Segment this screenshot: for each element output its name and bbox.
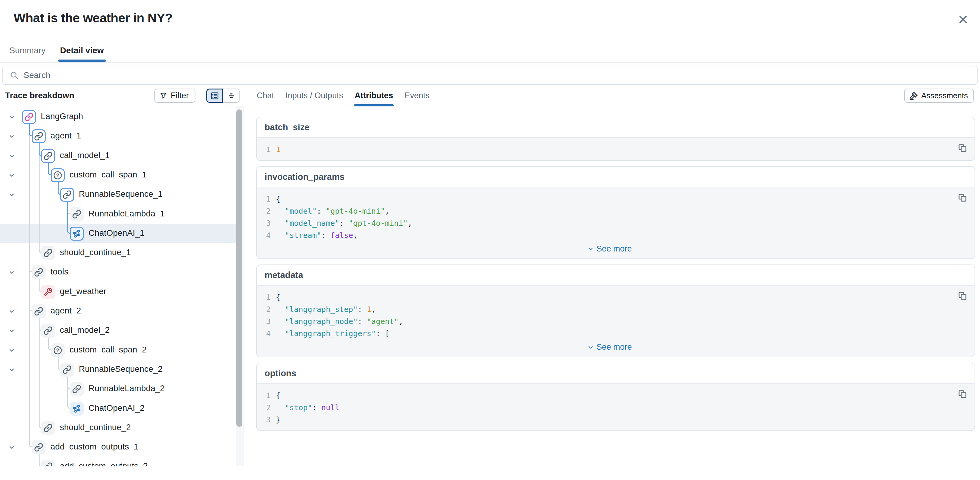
tree-node-RunnableSequence_1[interactable]: RunnableSequence_1	[0, 185, 237, 204]
tree-node-ChatOpenAI_2[interactable]: ChatOpenAI_2	[0, 399, 237, 418]
attribute-card-code: 1{2 "stop": null3}	[257, 383, 975, 431]
tree-node-should_continue_2[interactable]: should_continue_2	[0, 418, 237, 438]
see-more-label: See more	[597, 343, 632, 352]
code-text: {	[276, 195, 280, 203]
tab-detail-view[interactable]: Detail view	[59, 46, 105, 62]
code-text: {	[276, 293, 280, 301]
code-text: "model_name": "gpt-4o-mini",	[276, 219, 412, 228]
tree-scrollbar-thumb[interactable]	[236, 109, 242, 427]
chevron-down-icon[interactable]	[8, 191, 16, 199]
chevron-down-icon[interactable]	[8, 443, 16, 451]
copy-button[interactable]	[957, 142, 969, 154]
chain-icon	[41, 149, 55, 163]
gantt-icon	[227, 91, 235, 100]
tree-node-custom_call_span_1[interactable]: ?custom_call_span_1	[0, 166, 237, 185]
close-button[interactable]	[956, 13, 970, 26]
gantt-view-toggle[interactable]	[223, 89, 240, 103]
tab-events[interactable]: Events	[404, 85, 430, 106]
svg-text:?: ?	[56, 348, 59, 353]
line-number: 2	[263, 403, 270, 412]
copy-button[interactable]	[957, 191, 969, 204]
chain-icon	[32, 265, 46, 279]
tree-node-call_model_1[interactable]: call_model_1	[0, 146, 237, 166]
tree-node-add_custom_outputs_1[interactable]: add_custom_outputs_1	[0, 438, 237, 457]
code-line: 4 "stream": false,	[263, 229, 956, 241]
dialog-header: What is the weather in NY?	[0, 0, 980, 39]
attribute-card-code: 1{2 "langgraph_step": 1,3 "langgraph_nod…	[257, 285, 975, 357]
chain-icon	[32, 305, 46, 318]
tree-node-tools[interactable]: tools	[0, 263, 237, 282]
see-more-link[interactable]: See more	[263, 343, 956, 352]
chevron-down-icon[interactable]	[8, 113, 16, 121]
line-number: 1	[263, 145, 270, 154]
code-text: 1	[276, 145, 280, 154]
assessments-button[interactable]: Assessments	[904, 89, 974, 103]
search-bar	[0, 62, 980, 85]
chevron-down-icon[interactable]	[8, 308, 16, 315]
tree-node-add_custom_outputs_2[interactable]: add_custom_outputs_2	[0, 457, 237, 466]
tree-node-RunnableLambda_2[interactable]: RunnableLambda_2	[0, 380, 237, 399]
copy-button[interactable]	[957, 290, 969, 302]
trace-breakdown-header: Trace breakdown Filter	[0, 85, 245, 107]
line-number: 1	[263, 391, 270, 400]
search-input[interactable]	[23, 70, 977, 80]
tree-scrollbar-track[interactable]	[235, 107, 244, 466]
tree-node-should_continue_1[interactable]: should_continue_1	[0, 243, 237, 263]
tree-node-label: LangGraph	[41, 112, 83, 121]
search-box[interactable]	[2, 65, 978, 85]
tab-inputs-outputs[interactable]: Inputs / Outputs	[285, 85, 344, 106]
close-icon	[956, 13, 970, 26]
tab-chat[interactable]: Chat	[256, 85, 275, 106]
search-icon	[10, 71, 19, 80]
code-text: }	[276, 415, 280, 424]
tree-node-get_weather[interactable]: get_weather	[0, 282, 237, 301]
page-title: What is the weather in NY?	[14, 11, 172, 26]
attribute-card-code: 1{2 "model": "gpt-4o-mini",3 "model_name…	[257, 187, 975, 258]
trace-tree-viewport: LangGraphagent_1call_model_1?custom_call…	[0, 107, 245, 466]
chevron-down-icon[interactable]	[8, 152, 16, 160]
copy-button[interactable]	[957, 388, 969, 400]
see-more-label: See more	[597, 244, 632, 254]
see-more-link[interactable]: See more	[263, 244, 956, 254]
attribute-card-invocation_params: invocation_params1{2 "model": "gpt-4o-mi…	[256, 166, 975, 259]
line-number: 4	[263, 329, 270, 338]
tree-node-label: ChatOpenAI_1	[89, 228, 145, 238]
tree-node-label: tools	[51, 267, 68, 277]
chevron-down-icon[interactable]	[8, 366, 16, 373]
filter-button[interactable]: Filter	[154, 89, 196, 103]
tree-node-label: should_continue_1	[60, 247, 131, 257]
chevron-down-icon[interactable]	[8, 171, 16, 179]
code-line: 1{	[263, 291, 956, 303]
tab-attributes[interactable]: Attributes	[354, 85, 394, 106]
assessments-button-label: Assessments	[921, 91, 968, 100]
chevron-down-icon[interactable]	[8, 268, 16, 276]
tree-node-LangGraph[interactable]: LangGraph	[0, 107, 237, 127]
chain-icon	[70, 207, 84, 221]
chevron-down-icon[interactable]	[8, 132, 16, 140]
tree-node-label: get_weather	[60, 287, 107, 296]
tree-node-ChatOpenAI_1[interactable]: ChatOpenAI_1	[0, 224, 237, 243]
chevron-down-icon[interactable]	[8, 327, 16, 335]
span-detail-panel: Chat Inputs / Outputs Attributes Events …	[245, 85, 980, 467]
attribute-card-batch_size: batch_size11	[256, 117, 975, 161]
tree-node-RunnableSequence_2[interactable]: RunnableSequence_2	[0, 360, 237, 380]
tree-node-agent_2[interactable]: agent_2	[0, 301, 237, 321]
tab-summary[interactable]: Summary	[8, 46, 47, 62]
span-detail-tab-bar: Chat Inputs / Outputs Attributes Events …	[245, 85, 980, 107]
detail-list-view-toggle[interactable]	[206, 89, 223, 103]
chain-icon	[60, 188, 74, 202]
chevron-down-icon[interactable]	[8, 346, 16, 354]
question-icon: ?	[51, 168, 65, 182]
code-line: 1{	[263, 193, 956, 205]
code-text: "model": "gpt-4o-mini",	[276, 207, 390, 215]
tree-node-RunnableLambda_1[interactable]: RunnableLambda_1	[0, 205, 237, 224]
main-split: Trace breakdown Filter	[0, 85, 980, 467]
langgraph-chain-icon	[22, 110, 36, 124]
tree-node-custom_call_span_2[interactable]: ?custom_call_span_2	[0, 341, 237, 360]
code-line: 2 "langgraph_step": 1,	[263, 303, 956, 315]
tree-node-agent_1[interactable]: agent_1	[0, 127, 237, 146]
line-number: 2	[263, 305, 270, 314]
tree-node-call_model_2[interactable]: call_model_2	[0, 321, 237, 340]
tree-node-label: agent_2	[51, 306, 81, 316]
attribute-card-options: options1{2 "stop": null3}	[256, 363, 975, 431]
